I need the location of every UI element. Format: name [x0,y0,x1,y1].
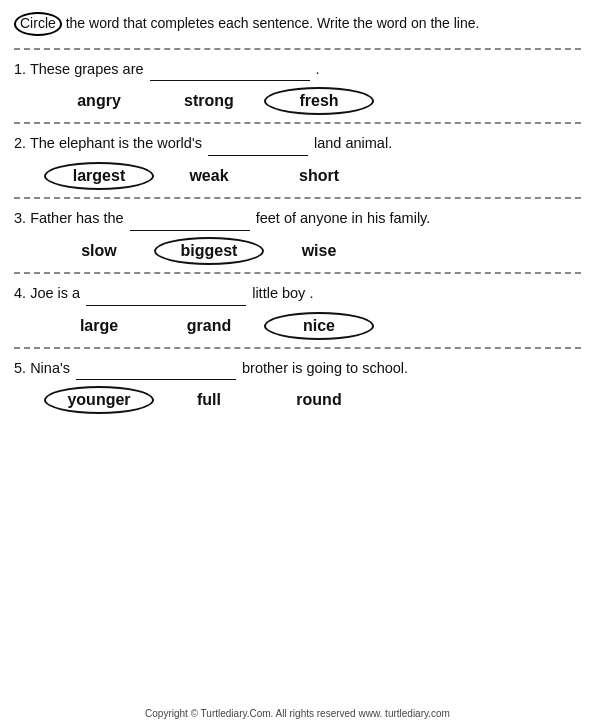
q1-number: 1. [14,61,26,77]
q3-blank [130,208,250,231]
q5-after: brother is going to school. [242,360,408,376]
question-3: 3. Father has the feet of anyone in his … [14,203,581,268]
q2-number: 2. [14,135,26,151]
q5-option-round: round [264,391,374,409]
q5-text: 5. Nina's brother is going to school. [14,358,581,381]
q1-option-angry: angry [44,92,154,110]
q3-text: 3. Father has the feet of anyone in his … [14,208,581,231]
q4-option-large: large [44,317,154,335]
q2-before: The elephant is the world's [30,135,206,151]
q2-blank [208,133,308,156]
instruction-text: the word that completes each sentence. W… [62,15,480,31]
page: Circle the word that completes each sent… [0,0,595,725]
q2-option-largest: largest [44,162,154,190]
q1-text: 1. These grapes are . [14,59,581,82]
q3-number: 3. [14,210,26,226]
q4-option-grand: grand [154,317,264,335]
q5-options: younger full round [14,386,581,414]
q3-after: feet of anyone in his family. [256,210,431,226]
divider-top [14,48,581,50]
divider-3 [14,272,581,274]
q1-options: angry strong fresh [14,87,581,115]
q4-blank [86,283,246,306]
divider-2 [14,197,581,199]
q5-before: Nina's [30,360,74,376]
q2-option-short: short [264,167,374,185]
q4-options: large grand nice [14,312,581,340]
q2-option-weak: weak [154,167,264,185]
question-1: 1. These grapes are . angry strong fresh [14,54,581,119]
q1-before: These grapes are [30,61,148,77]
q5-blank [76,358,236,381]
q2-text: 2. The elephant is the world's land anim… [14,133,581,156]
divider-1 [14,122,581,124]
q4-number: 4. [14,285,26,301]
q2-after: land animal. [314,135,392,151]
q1-option-fresh: fresh [264,87,374,115]
question-2: 2. The elephant is the world's land anim… [14,128,581,193]
q2-options: largest weak short [14,162,581,190]
q5-option-younger: younger [44,386,154,414]
q3-options: slow biggest wise [14,237,581,265]
footer: Copyright © Turtlediary.Com. All rights … [14,706,581,719]
q5-number: 5. [14,360,26,376]
q4-option-nice: nice [264,312,374,340]
q4-before: Joe is a [30,285,84,301]
q1-option-strong: strong [154,92,264,110]
q3-option-biggest: biggest [154,237,264,265]
q3-option-slow: slow [44,242,154,260]
q3-option-wise: wise [264,242,374,260]
instructions: Circle the word that completes each sent… [14,10,581,40]
q1-blank [150,59,310,82]
question-5: 5. Nina's brother is going to school. yo… [14,353,581,418]
divider-4 [14,347,581,349]
q1-after: . [316,61,320,77]
q5-option-full: full [154,391,264,409]
q4-text: 4. Joe is a little boy . [14,283,581,306]
question-4: 4. Joe is a little boy . large grand nic… [14,278,581,343]
q3-before: Father has the [30,210,124,226]
circled-instruction-word: Circle [14,12,62,36]
q4-after: little boy . [252,285,313,301]
